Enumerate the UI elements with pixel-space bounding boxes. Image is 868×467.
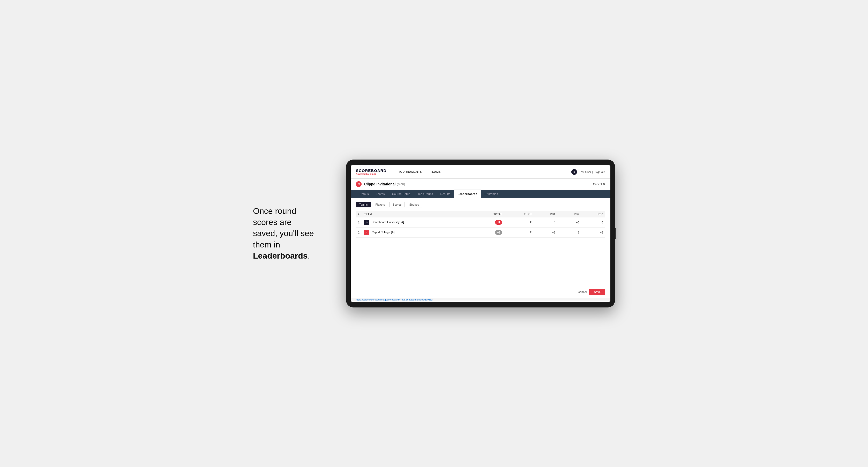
description-line4: them in bbox=[253, 240, 280, 249]
sub-header-cancel[interactable]: Cancel ✕ bbox=[593, 183, 605, 186]
row1-rd3: -6 bbox=[582, 217, 605, 227]
footer-save-button[interactable]: Save bbox=[589, 289, 605, 295]
row2-team-logo: C bbox=[364, 230, 369, 235]
row1-team-name: Scoreboard University [A] bbox=[372, 221, 404, 224]
col-team: TEAM bbox=[362, 211, 472, 217]
row1-rd2: +5 bbox=[557, 217, 581, 227]
row2-rd3: +3 bbox=[582, 227, 605, 238]
row1-team-logo: S bbox=[364, 220, 369, 225]
top-navigation: SCOREBOARD Powered by clippd TOURNAMENTS… bbox=[351, 165, 610, 179]
row1-rd1: -4 bbox=[534, 217, 557, 227]
logo-brand: clippd bbox=[370, 173, 377, 175]
tablet-device: SCOREBOARD Powered by clippd TOURNAMENTS… bbox=[346, 160, 615, 307]
user-avatar: S bbox=[571, 169, 577, 175]
row1-thru: F bbox=[504, 217, 534, 227]
left-description: Once round scores are saved, you'll see … bbox=[253, 206, 331, 261]
col-total: TOTAL bbox=[472, 211, 504, 217]
row1-score-badge: -5 bbox=[495, 220, 502, 225]
row2-rd1: +8 bbox=[534, 227, 557, 238]
filter-players[interactable]: Players bbox=[372, 202, 388, 207]
col-rd3: RD3 bbox=[582, 211, 605, 217]
filter-row: Teams Players Scores Strokes bbox=[356, 202, 605, 207]
tournament-name: Clippd Invitational bbox=[364, 182, 396, 186]
cancel-label: Cancel bbox=[593, 183, 602, 186]
tab-tee-groups[interactable]: Tee Groups bbox=[414, 190, 437, 198]
tab-leaderboards[interactable]: Leaderboards bbox=[454, 190, 481, 198]
nav-tournaments[interactable]: TOURNAMENTS bbox=[394, 165, 426, 179]
filter-strokes[interactable]: Strokes bbox=[406, 202, 422, 207]
row1-rank: 1 bbox=[356, 217, 362, 227]
description-line2: scores are bbox=[253, 217, 291, 227]
tournament-gender: (Men) bbox=[397, 182, 405, 186]
status-bar: https://stage-blue-coach.stagescoreboard… bbox=[351, 298, 610, 302]
row2-thru: F bbox=[504, 227, 534, 238]
col-rd2: RD2 bbox=[557, 211, 581, 217]
nav-links: TOURNAMENTS TEAMS bbox=[394, 165, 445, 179]
table-header-row: # TEAM TOTAL THRU RD1 RD2 RD3 bbox=[356, 211, 605, 217]
tab-results[interactable]: Results bbox=[437, 190, 454, 198]
nav-right: S Test User | Sign out bbox=[571, 169, 605, 175]
tab-details[interactable]: Details bbox=[356, 190, 372, 198]
table-row: 1 S Scoreboard University [A] -5 F -4 +5 bbox=[356, 217, 605, 227]
row2-score-badge: +3 bbox=[495, 230, 502, 235]
leaderboard-table: # TEAM TOTAL THRU RD1 RD2 RD3 1 bbox=[356, 211, 605, 238]
description-line1: Once round bbox=[253, 206, 296, 216]
logo-subtitle: Powered by clippd bbox=[356, 173, 386, 175]
filter-scores[interactable]: Scores bbox=[389, 202, 405, 207]
row1-team: S Scoreboard University [A] bbox=[362, 217, 472, 227]
tournament-icon: C bbox=[356, 181, 362, 187]
description-line5: Leaderboards bbox=[253, 251, 308, 260]
tab-course-setup[interactable]: Course Setup bbox=[389, 190, 414, 198]
row2-team-name: Clippd College [A] bbox=[372, 231, 395, 234]
row2-rank: 2 bbox=[356, 227, 362, 238]
footer-cancel-button[interactable]: Cancel bbox=[578, 290, 587, 293]
tab-bar: Details Teams Course Setup Tee Groups Re… bbox=[351, 190, 610, 198]
tablet-side-button bbox=[615, 228, 616, 239]
user-name: Test User | bbox=[579, 170, 593, 174]
footer: Cancel Save bbox=[351, 286, 610, 298]
col-rank: # bbox=[356, 211, 362, 217]
nav-teams[interactable]: TEAMS bbox=[426, 165, 445, 179]
col-thru: THRU bbox=[504, 211, 534, 217]
description-period: . bbox=[308, 251, 310, 260]
filter-teams[interactable]: Teams bbox=[356, 202, 371, 207]
row2-total: +3 bbox=[472, 227, 504, 238]
col-rd1: RD1 bbox=[534, 211, 557, 217]
sign-out-link[interactable]: Sign out bbox=[595, 170, 605, 174]
content-area: Teams Players Scores Strokes # TEAM TOTA… bbox=[351, 198, 610, 286]
logo-subtitle-prefix: Powered by bbox=[356, 173, 370, 175]
description-line3: saved, you'll see bbox=[253, 228, 314, 238]
row2-team: C Clippd College [A] bbox=[362, 227, 472, 238]
close-icon: ✕ bbox=[603, 183, 605, 186]
row1-total: -5 bbox=[472, 217, 504, 227]
table-row: 2 C Clippd College [A] +3 F +8 -8 +3 bbox=[356, 227, 605, 238]
page-wrapper: Once round scores are saved, you'll see … bbox=[253, 160, 615, 307]
logo-title: SCOREBOARD bbox=[356, 168, 386, 173]
tab-printables[interactable]: Printables bbox=[481, 190, 502, 198]
sub-header: C Clippd Invitational (Men) Cancel ✕ bbox=[351, 179, 610, 190]
row2-rd2: -8 bbox=[557, 227, 581, 238]
tab-teams[interactable]: Teams bbox=[372, 190, 389, 198]
tablet-screen: SCOREBOARD Powered by clippd TOURNAMENTS… bbox=[351, 165, 610, 302]
status-url: https://stage-blue-coach.stagescoreboard… bbox=[356, 299, 432, 301]
logo-area: SCOREBOARD Powered by clippd bbox=[356, 168, 386, 175]
